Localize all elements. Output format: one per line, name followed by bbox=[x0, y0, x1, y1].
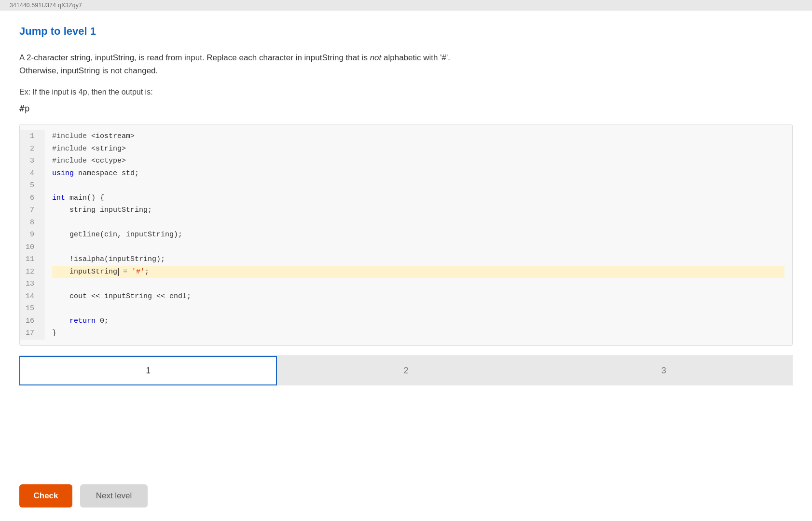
level-tab-3[interactable]: 3 bbox=[535, 356, 793, 385]
line-num-3: 3 bbox=[26, 155, 38, 167]
code-lines[interactable]: #include <iostream> #include <string> #i… bbox=[44, 130, 792, 340]
code-line-16: return 0; bbox=[52, 315, 784, 328]
line-num-8: 8 bbox=[26, 217, 38, 229]
code-line-13 bbox=[52, 278, 784, 290]
line-num-9: 9 bbox=[26, 229, 38, 241]
code-line-6: int main() { bbox=[52, 192, 784, 205]
code-line-1: #include <iostream> bbox=[52, 130, 784, 143]
level-tabs-bar: 1 2 3 bbox=[19, 356, 793, 385]
code-line-9: getline(cin, inputString); bbox=[52, 229, 784, 241]
code-line-5 bbox=[52, 179, 784, 192]
line-num-15: 15 bbox=[26, 302, 38, 315]
line-num-10: 10 bbox=[26, 241, 38, 254]
description-line1-start: A 2-character string, inputString, is re… bbox=[19, 53, 368, 62]
description-line2: Otherwise, inputString is not changed. bbox=[19, 66, 158, 75]
code-editor[interactable]: 1 2 3 4 5 6 7 8 9 10 11 12 13 14 15 16 1 bbox=[19, 124, 793, 346]
page-wrapper: 341440.591U374 qX3Zqy7 Jump to level 1 A… bbox=[0, 0, 812, 521]
code-line-2: #include <string> bbox=[52, 143, 784, 155]
level-tab-2[interactable]: 2 bbox=[277, 356, 535, 385]
code-line-10 bbox=[52, 241, 784, 254]
check-button[interactable]: Check bbox=[19, 484, 72, 507]
code-line-11: !isalpha(inputString); bbox=[52, 253, 784, 266]
description-line1-end: alphabetic with '#'. bbox=[384, 53, 450, 62]
line-numbers: 1 2 3 4 5 6 7 8 9 10 11 12 13 14 15 16 1 bbox=[20, 130, 44, 340]
code-line-3: #include <cctype> bbox=[52, 155, 784, 167]
code-line-15 bbox=[52, 302, 784, 315]
code-line-12: inputString = '#'; bbox=[52, 266, 784, 278]
line-num-1: 1 bbox=[26, 130, 38, 143]
line-num-4: 4 bbox=[26, 167, 38, 180]
example-label: Ex: If the input is 4p, then the output … bbox=[19, 88, 793, 96]
line-num-12: 12 bbox=[26, 266, 38, 278]
description-text: A 2-character string, inputString, is re… bbox=[19, 51, 793, 77]
next-level-button[interactable]: Next level bbox=[80, 484, 148, 507]
line-num-5: 5 bbox=[26, 179, 38, 192]
code-content: 1 2 3 4 5 6 7 8 9 10 11 12 13 14 15 16 1 bbox=[20, 124, 792, 345]
line-num-16: 16 bbox=[26, 315, 38, 328]
jump-to-level-heading: Jump to level 1 bbox=[19, 25, 793, 38]
code-line-17: } bbox=[52, 327, 784, 340]
line-num-13: 13 bbox=[26, 278, 38, 290]
line-num-14: 14 bbox=[26, 290, 38, 303]
top-bar: 341440.591U374 qX3Zqy7 bbox=[0, 0, 812, 11]
content-area: Jump to level 1 A 2-character string, in… bbox=[0, 11, 812, 471]
example-output: #p bbox=[19, 103, 793, 113]
line-num-17: 17 bbox=[26, 327, 38, 340]
session-id: 341440.591U374 qX3Zqy7 bbox=[10, 2, 82, 9]
code-line-8 bbox=[52, 217, 784, 229]
line-num-11: 11 bbox=[26, 253, 38, 266]
code-line-7: string inputString; bbox=[52, 204, 784, 217]
actions-bar: Check Next level bbox=[0, 471, 812, 521]
description-italic: not bbox=[370, 53, 382, 62]
line-num-6: 6 bbox=[26, 192, 38, 205]
level-tab-1[interactable]: 1 bbox=[19, 356, 277, 385]
line-num-7: 7 bbox=[26, 204, 38, 217]
code-line-14: cout << inputString << endl; bbox=[52, 290, 784, 303]
line-num-2: 2 bbox=[26, 143, 38, 155]
code-line-4: using namespace std; bbox=[52, 167, 784, 180]
